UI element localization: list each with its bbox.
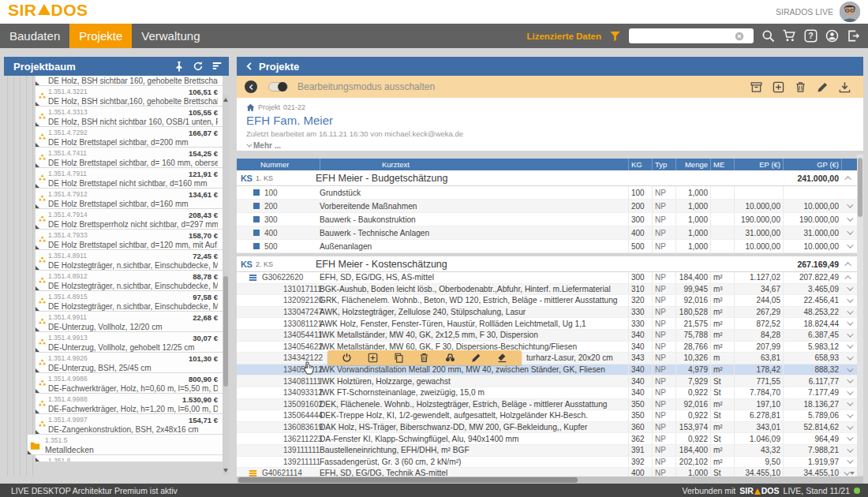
- table-row[interactable]: 139211111Fassadengerüst, Gr. 3 (60 cm, 2…: [237, 457, 857, 469]
- eraser-button[interactable]: [497, 353, 507, 363]
- table-row[interactable]: 400Bauwerk - Technische Anlagen400NP1,00…: [237, 226, 857, 240]
- scroll-down-arrow[interactable]: [223, 469, 228, 473]
- tree-item[interactable]: 1.351.4.7411154,25 €DE Holz Brettstapel …: [36, 148, 223, 168]
- table-row[interactable]: 100Grundstück100NP1,000: [237, 186, 857, 200]
- logout-icon[interactable]: [847, 29, 860, 43]
- row-expand-caret[interactable]: [841, 376, 857, 387]
- table-row[interactable]: 135064444DEK-Treppe Holz, KI, 1/2-gewend…: [237, 410, 857, 422]
- filter-lines-icon[interactable]: [211, 61, 223, 72]
- clear-search-icon[interactable]: [735, 32, 744, 41]
- edit-icon[interactable]: [817, 81, 829, 93]
- row-expand-caret[interactable]: [841, 295, 857, 306]
- cart-icon[interactable]: [783, 29, 796, 43]
- tree-item[interactable]: 1.351.4.991122,68 €DE-Unterzug, Vollholz…: [36, 312, 223, 332]
- row-expand-caret[interactable]: [841, 284, 857, 295]
- back-chevron-icon[interactable]: [245, 62, 254, 71]
- table-row[interactable]: 133047247AWK, Holzstegträger, Zellulose …: [237, 307, 857, 319]
- section-collapse-caret[interactable]: [841, 262, 857, 267]
- section-header-row[interactable]: KS1. KSEFH Meier - Budgetschätzung241.00…: [237, 170, 857, 186]
- main-horizontal-scrollbar[interactable]: [237, 476, 863, 484]
- tree-item[interactable]: 1.351.4.3221106,51 €DE Holz, BSH sichtba…: [36, 86, 223, 106]
- table-row[interactable]: 132092120GRK, Flächenelem. Wohnb., Beton…: [237, 295, 857, 307]
- tree-item[interactable]: 1.351.4.891597,58 €DE Holzstegträger, n.…: [36, 291, 223, 312]
- add-icon[interactable]: [773, 81, 784, 93]
- licensed-data-label[interactable]: Lizenzierte Daten: [526, 32, 601, 41]
- row-expand-caret[interactable]: [841, 342, 857, 353]
- menu-item-projekte[interactable]: Projekte: [69, 24, 132, 48]
- account-icon[interactable]: [825, 29, 839, 43]
- delete-button[interactable]: [419, 353, 429, 363]
- row-expand-caret[interactable]: [841, 318, 857, 329]
- tree-item-partial[interactable]: 1.351.6: [36, 455, 223, 462]
- tree-item[interactable]: 1.351.4.7933158,70 €DE Holz Brettstapel …: [36, 230, 223, 250]
- table-row[interactable]: 500Außenanlagen500NP1,00010.000,0010.000…: [237, 240, 857, 253]
- table-row[interactable]: 134093312IWK FT-Schornsteinanlage, zweiz…: [237, 387, 857, 399]
- archive-minus-icon[interactable]: [750, 81, 762, 93]
- table-row[interactable]: G30622620EFH, SD, EG/DG, HS, AS-mittel30…: [237, 272, 857, 284]
- row-expand-caret[interactable]: [841, 307, 857, 318]
- tree-item[interactable]: 1.351.4.991330,07 €DE-Unterzug, Vollholz…: [36, 332, 223, 353]
- row-expand-caret[interactable]: [841, 226, 857, 239]
- col-gp[interactable]: GP (€): [783, 159, 841, 170]
- scroll-thumb[interactable]: [223, 276, 228, 387]
- tree-item[interactable]: 1.351.4.9986800,90 €DE-Fachwerkträger, H…: [36, 373, 223, 394]
- row-expand-caret[interactable]: [841, 364, 857, 376]
- delete-icon[interactable]: [795, 81, 806, 93]
- col-kurztext[interactable]: Kurztext: [320, 159, 628, 170]
- row-expand-caret[interactable]: [841, 213, 857, 226]
- row-expand-caret[interactable]: [841, 399, 857, 410]
- row-expand-caret[interactable]: [841, 272, 857, 283]
- add-button[interactable]: [368, 353, 378, 363]
- tree-scrollbar[interactable]: [223, 95, 229, 476]
- row-expand-caret[interactable]: [841, 240, 857, 252]
- find-button[interactable]: [445, 353, 455, 363]
- edit-mode-toggle[interactable]: [268, 82, 288, 92]
- table-row[interactable]: 139111111Baustelleneinrichtung, EFH/DHH,…: [237, 445, 857, 457]
- table-row[interactable]: 136083619DAK Holz, HS-Träger, Biberschwa…: [237, 422, 857, 434]
- copy-button[interactable]: [394, 353, 404, 363]
- table-row[interactable]: 200Vorbereitende Maßnahmen200NP1,00010.0…: [237, 200, 857, 213]
- power-button[interactable]: [342, 353, 352, 363]
- table-row[interactable]: 134054411IWK Metallständer, MW 40, GK, 2…: [237, 330, 857, 342]
- row-expand-caret[interactable]: [841, 445, 857, 456]
- tree-item[interactable]: 1.351.4.7292166,87 €DE Holz Brettstapel …: [36, 127, 223, 148]
- table-row[interactable]: 135091602DEK, Flächenele. Wohnb., Holzst…: [237, 399, 857, 411]
- table-row[interactable]: 131017111BGK-Aushub, Boden leicht lösb.,…: [237, 284, 857, 296]
- avatar[interactable]: [840, 2, 860, 22]
- help-icon[interactable]: [804, 29, 817, 43]
- row-expand-caret[interactable]: [841, 330, 857, 341]
- row-expand-caret[interactable]: [841, 422, 857, 433]
- col-ep[interactable]: EP (€): [734, 159, 783, 170]
- tree-item[interactable]: 1.351.4.99881.530,90 €DE-Fachwerkträger,…: [36, 394, 223, 414]
- project-name-link[interactable]: EFH Fam. Meier: [246, 114, 863, 127]
- tree-item[interactable]: 1.351.4.891288,78 €DE Holzstegträger, n.…: [36, 271, 223, 291]
- table-row[interactable]: 134342122turharz-Lasur, 20x20 cm343NP10,…: [237, 353, 857, 364]
- collapse-button[interactable]: [245, 80, 257, 93]
- row-expand-caret[interactable]: [841, 353, 857, 364]
- tree-item-partial[interactable]: DE Holz, BSH sichtbar 160, gehobelte Bre…: [36, 76, 223, 86]
- search-icon[interactable]: [761, 29, 775, 43]
- scroll-up-arrow[interactable]: [223, 98, 228, 102]
- row-expand-caret[interactable]: [841, 457, 857, 468]
- row-expand-caret[interactable]: [841, 410, 857, 421]
- row-expand-caret[interactable]: [841, 200, 857, 212]
- menu-item-baudaten[interactable]: Baudaten: [0, 24, 69, 48]
- tree-item[interactable]: 1.351.4.7912134,61 €DE Holz Brettstapel …: [36, 189, 223, 209]
- table-row[interactable]: 134081111IWK Holztüren, Holzzarge, gewac…: [237, 376, 857, 387]
- main-vertical-scrollbar[interactable]: [857, 155, 863, 476]
- scroll-thumb[interactable]: [858, 158, 862, 217]
- search-input[interactable]: [629, 29, 735, 43]
- menu-item-verwaltung[interactable]: Verwaltung: [132, 24, 209, 48]
- tree-item[interactable]: 1.351.4.9926101,30 €DE-Unterzug, BSH, 25…: [36, 353, 223, 373]
- tree-item[interactable]: 1.351.4.7914208,43 €DE Holz Brettsperrho…: [36, 209, 223, 230]
- section-header-row[interactable]: KS2. KSEFH Meier - Kostenschätzung267.16…: [237, 256, 857, 272]
- col-kg[interactable]: KG: [628, 159, 652, 170]
- refresh-icon[interactable]: [193, 61, 204, 72]
- table-row[interactable]: 134058212IWK Vorwandinstallation Metall …: [237, 364, 857, 376]
- col-nummer[interactable]: Nummer: [237, 159, 320, 170]
- table-row[interactable]: 300Bauwerk - Baukonstruktion300NP1,00019…: [237, 213, 857, 226]
- filter-funnel-icon[interactable]: [609, 31, 621, 42]
- row-expand-caret[interactable]: [841, 387, 857, 398]
- tree-item[interactable]: 1.351.4.3313105,55 €DE Holz, BSH nicht s…: [36, 106, 223, 127]
- tree-item[interactable]: 1.351.4.891172,45 €DE Holzstegträger, n.…: [36, 250, 223, 271]
